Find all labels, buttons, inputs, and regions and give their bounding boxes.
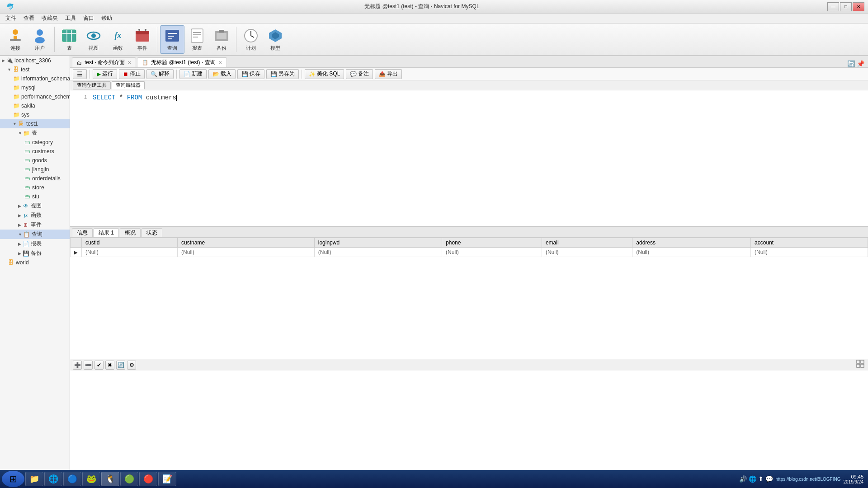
- confirm-edit-button[interactable]: ✔: [94, 361, 104, 370]
- sidebar-item-func-group[interactable]: ▶ fx 函数: [0, 211, 70, 220]
- toolbar-view[interactable]: 视图: [82, 26, 105, 53]
- sidebar-item-event-group[interactable]: ▶ 🗓 事件: [0, 220, 70, 230]
- taskbar-app1[interactable]: 🔵: [63, 472, 81, 486]
- schema-icon: 📁: [13, 111, 20, 118]
- col-header-loginpwd[interactable]: loginpwd: [314, 238, 442, 248]
- subtab-editor[interactable]: 查询编辑器: [112, 81, 145, 89]
- sidebar-item-custmers[interactable]: 🗃 custmers: [0, 147, 70, 156]
- cancel-edit-button[interactable]: ✖: [105, 361, 114, 370]
- tab-query-editor[interactable]: 📋 无标题 @test1 (test) · 查询 ✕: [137, 57, 226, 67]
- tab-object-browser-close[interactable]: ✕: [127, 60, 131, 65]
- menu-window[interactable]: 窗口: [80, 14, 98, 23]
- sql-editor[interactable]: 1 SELECT * FROM custmers: [70, 90, 868, 226]
- minimize-button[interactable]: —: [827, 2, 839, 11]
- col-header-custname[interactable]: custname: [178, 238, 315, 248]
- tab-refresh-icon[interactable]: 🔄: [847, 60, 855, 67]
- toolbar-query[interactable]: 查询: [160, 25, 184, 54]
- close-button[interactable]: ✕: [853, 2, 864, 11]
- expand-icon: ▼: [7, 67, 11, 72]
- tab-query-editor-close[interactable]: ✕: [218, 60, 222, 65]
- subtab-builder[interactable]: 查询创建工具: [73, 81, 111, 89]
- toolbar-user[interactable]: 用户: [28, 26, 52, 53]
- result-tab-info[interactable]: 信息: [72, 228, 93, 237]
- save-button[interactable]: 💾 保存: [237, 69, 264, 79]
- refresh-result-button[interactable]: 🔄: [116, 361, 125, 370]
- tray-network-icon[interactable]: 🌐: [749, 475, 756, 483]
- tray-upload-icon[interactable]: ⬆: [758, 475, 764, 483]
- result-tab-overview[interactable]: 概况: [120, 228, 141, 237]
- run-button[interactable]: ▶ 运行: [93, 69, 117, 79]
- load-button[interactable]: 📂 载入: [208, 69, 236, 79]
- sidebar-item-category[interactable]: 🗃 category: [0, 138, 70, 147]
- sidebar-item-stu[interactable]: 🗃 stu: [0, 192, 70, 201]
- export-button[interactable]: 📤 导出: [375, 69, 402, 79]
- sidebar-item-orderdetails[interactable]: 🗃 orderdetails: [0, 174, 70, 183]
- new-query-button[interactable]: 📄 新建: [179, 69, 207, 79]
- sidebar-item-information-schema[interactable]: 📁 information_schema: [0, 74, 70, 83]
- beautify-button[interactable]: ✨ 美化 SQL: [305, 69, 344, 79]
- sidebar-item-backup-group[interactable]: ▶ 💾 备份: [0, 249, 70, 258]
- sidebar-item-performance-schema[interactable]: 📁 performance_schema: [0, 92, 70, 101]
- stop-button[interactable]: ⏹ 停止: [119, 69, 145, 79]
- menu-tools[interactable]: 工具: [61, 14, 80, 23]
- delete-row-button[interactable]: ➖: [84, 361, 93, 370]
- sidebar-sakila-label: sakila: [21, 103, 35, 109]
- add-row-button[interactable]: ➕: [73, 361, 82, 370]
- taskbar-app2[interactable]: 🟢: [120, 472, 138, 486]
- result-tab-result1[interactable]: 结果 1: [94, 228, 119, 237]
- col-header-phone[interactable]: phone: [442, 238, 542, 248]
- taskbar-explorer[interactable]: 📁: [25, 472, 43, 486]
- menu-file[interactable]: 文件: [2, 14, 20, 23]
- hamburger-menu-button[interactable]: ☰: [73, 69, 87, 79]
- sidebar-item-goods[interactable]: 🗃 goods: [0, 156, 70, 165]
- col-header-custid[interactable]: custid: [82, 238, 178, 248]
- toolbar-table[interactable]: 表: [57, 26, 81, 53]
- toolbar-connect[interactable]: 连接: [4, 26, 27, 53]
- tray-msg-icon[interactable]: 💬: [765, 475, 773, 483]
- sidebar-item-store[interactable]: 🗃 store: [0, 183, 70, 192]
- tab-object-browser[interactable]: 🗂 test · 命令列介面 ✕: [72, 57, 136, 67]
- tray-sound-icon[interactable]: 🔊: [739, 475, 747, 483]
- col-header-account[interactable]: account: [751, 238, 868, 248]
- sidebar-item-sys[interactable]: 📁 sys: [0, 110, 70, 119]
- tab-pin-icon[interactable]: 📌: [857, 60, 864, 67]
- sidebar-item-sakila[interactable]: 📁 sakila: [0, 101, 70, 110]
- taskbar-navicat[interactable]: 🐧: [101, 472, 119, 486]
- sidebar-item-localhost[interactable]: ▶ 🔌 localhost_3306: [0, 56, 70, 65]
- menu-help[interactable]: 帮助: [98, 14, 116, 23]
- sidebar-item-report-group[interactable]: ▶ 📄 报表: [0, 239, 70, 249]
- sidebar-item-test1[interactable]: ▼ 🗄 test1: [0, 119, 70, 128]
- sidebar-goods-label: goods: [32, 157, 47, 164]
- toolbar-backup[interactable]: 备份: [210, 26, 233, 53]
- toolbar-func[interactable]: fx 函数: [106, 26, 130, 53]
- toolbar-schedule[interactable]: 计划: [239, 26, 263, 53]
- result-tab-status[interactable]: 状态: [142, 228, 162, 237]
- grid-view-button[interactable]: [856, 360, 865, 370]
- taskbar-frog[interactable]: 🐸: [82, 472, 100, 486]
- result-settings-button[interactable]: ⚙: [127, 361, 136, 370]
- sidebar-item-mysql[interactable]: 📁 mysql: [0, 83, 70, 92]
- sidebar-item-query-group[interactable]: ▼ 📋 查询: [0, 230, 70, 239]
- sidebar-item-world[interactable]: 🗄 world: [0, 258, 70, 267]
- sidebar-item-jiangjin[interactable]: 🗃 jiangjin: [0, 165, 70, 174]
- start-button[interactable]: ⊞: [2, 471, 24, 487]
- sidebar-item-test[interactable]: ▼ 🗄 test: [0, 65, 70, 74]
- maximize-button[interactable]: □: [840, 2, 852, 11]
- taskbar-app3[interactable]: 🔴: [139, 472, 157, 486]
- taskbar-app4[interactable]: 📝: [158, 472, 176, 486]
- sidebar-item-table-group[interactable]: ▼ 📁 表: [0, 128, 70, 138]
- menu-favorites[interactable]: 收藏夹: [38, 14, 61, 23]
- toolbar-event[interactable]: 事件: [131, 26, 154, 53]
- col-header-address[interactable]: address: [632, 238, 751, 248]
- taskbar-ie[interactable]: 🌐: [44, 472, 62, 486]
- explain-button[interactable]: 🔍 解释: [146, 69, 174, 79]
- menu-view[interactable]: 查看: [20, 14, 38, 23]
- export-icon: 📤: [379, 71, 386, 77]
- table-row[interactable]: ▶ (Null) (Null) (Null) (Null) (Null) (Nu…: [71, 248, 868, 257]
- toolbar-report[interactable]: 报表: [185, 26, 209, 53]
- save-as-button[interactable]: 💾 另存为: [266, 69, 299, 79]
- col-header-email[interactable]: email: [542, 238, 632, 248]
- comment-button[interactable]: 💬 备注: [346, 69, 373, 79]
- toolbar-model[interactable]: 模型: [264, 26, 287, 53]
- sidebar-item-view-group[interactable]: ▶ 👁 视图: [0, 201, 70, 211]
